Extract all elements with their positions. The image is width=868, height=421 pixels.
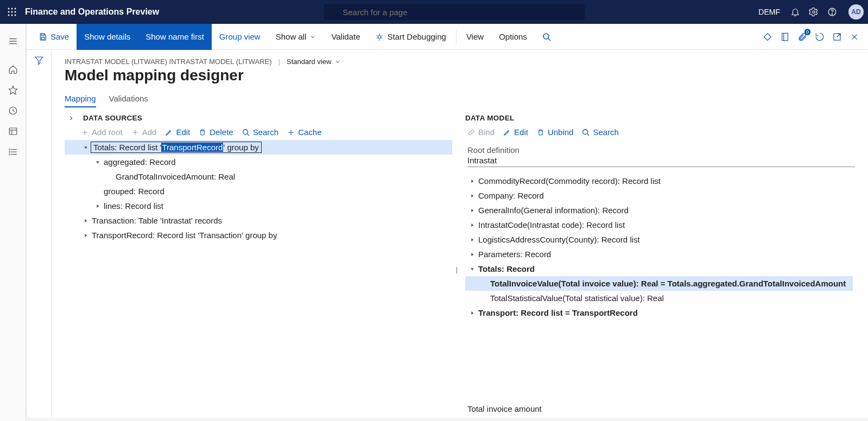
dm-node-total-statistical-value[interactable]: TotalStatisticalValue(Total statistical … bbox=[465, 291, 853, 305]
ds-node-lines[interactable]: lines: Record list bbox=[65, 199, 452, 213]
ds-node-aggregated[interactable]: aggregated: Record bbox=[65, 155, 452, 169]
svg-point-60 bbox=[583, 129, 588, 134]
svg-point-37 bbox=[543, 34, 549, 39]
data-model-title: DATA MODEL bbox=[465, 114, 855, 122]
validate-button[interactable]: Validate bbox=[324, 24, 368, 50]
caret-right-icon[interactable] bbox=[467, 235, 477, 245]
caret-right-icon[interactable] bbox=[81, 231, 91, 240]
ds-node-totals[interactable]: Totals: Record list 'TransportRecord' gr… bbox=[65, 140, 452, 155]
svg-rect-19 bbox=[9, 128, 17, 135]
caret-right-icon[interactable] bbox=[467, 250, 477, 259]
topbar: Finance and Operations Preview DEMF AD bbox=[0, 0, 868, 24]
group-view-button[interactable]: Group view bbox=[212, 24, 268, 50]
svg-point-7 bbox=[11, 15, 13, 16]
svg-point-6 bbox=[8, 15, 10, 16]
svg-point-5 bbox=[15, 11, 16, 13]
add-button[interactable]: Add bbox=[131, 127, 157, 137]
save-button[interactable]: Save bbox=[31, 24, 77, 50]
edit-button[interactable]: Edit bbox=[165, 127, 190, 137]
dm-node-general-info[interactable]: GeneralInfo(General information): Record bbox=[465, 203, 853, 218]
global-search-input[interactable] bbox=[324, 4, 585, 20]
svg-line-35 bbox=[377, 37, 378, 38]
attachments-badge: 0 bbox=[804, 29, 810, 35]
unbind-button[interactable]: Unbind bbox=[537, 127, 574, 137]
office-icon[interactable] bbox=[779, 31, 791, 43]
svg-marker-63 bbox=[471, 194, 473, 197]
data-model-tree: CommodityRecord(Commodity record): Recor… bbox=[465, 174, 853, 320]
breadcrumb: INTRASTAT MODEL (LITWARE) INTRASTAT MODE… bbox=[65, 58, 855, 66]
svg-marker-62 bbox=[471, 180, 473, 183]
tab-mapping[interactable]: Mapping bbox=[65, 94, 96, 107]
data-model-panel: DATA MODEL Bind Edit bbox=[465, 114, 855, 413]
delete-button[interactable]: Delete bbox=[199, 127, 233, 137]
view-selector[interactable]: Standard view bbox=[287, 58, 341, 66]
caret-down-icon[interactable] bbox=[93, 157, 103, 167]
caret-right-icon[interactable] bbox=[467, 206, 477, 215]
start-debugging-button[interactable]: Start Debugging bbox=[368, 24, 453, 50]
caret-right-icon[interactable] bbox=[81, 216, 91, 226]
dm-node-commodity-record[interactable]: CommodityRecord(Commodity record): Recor… bbox=[465, 174, 853, 188]
options-menu[interactable]: Options bbox=[491, 24, 535, 50]
dm-node-total-invoice-value[interactable]: TotalInvoiceValue(Total invoice value): … bbox=[465, 276, 853, 291]
caret-down-icon[interactable] bbox=[81, 143, 91, 152]
caret-right-icon[interactable] bbox=[93, 201, 103, 211]
show-all-dropdown[interactable]: Show all bbox=[268, 24, 324, 50]
dm-node-intrastat-code[interactable]: IntrastatCode(Intrastat code): Record li… bbox=[465, 218, 853, 232]
help-icon[interactable] bbox=[827, 7, 838, 17]
diamond-icon[interactable] bbox=[762, 31, 774, 43]
recent-icon[interactable] bbox=[8, 105, 18, 116]
dm-node-company[interactable]: Company: Record bbox=[465, 188, 853, 203]
star-icon[interactable] bbox=[8, 85, 18, 95]
filter-rail bbox=[27, 50, 52, 418]
action-search-button[interactable] bbox=[535, 24, 559, 50]
ds-node-transaction[interactable]: Transaction: Table 'Intrastat' records bbox=[65, 213, 452, 228]
caret-right-icon[interactable] bbox=[467, 176, 477, 186]
svg-point-26 bbox=[9, 151, 10, 152]
add-root-button[interactable]: Add root bbox=[81, 127, 123, 137]
dm-search-button[interactable]: Search bbox=[582, 127, 619, 137]
svg-rect-28 bbox=[41, 34, 44, 35]
dm-node-totals[interactable]: Totals: Record bbox=[465, 261, 853, 276]
root-definition-value[interactable]: Intrastat bbox=[467, 156, 855, 167]
hamburger-icon[interactable] bbox=[0, 28, 26, 54]
cache-button[interactable]: Cache bbox=[287, 127, 321, 137]
svg-marker-56 bbox=[96, 161, 99, 163]
show-details-button[interactable]: Show details bbox=[77, 24, 138, 50]
caret-down-icon[interactable] bbox=[467, 264, 477, 274]
tab-validations[interactable]: Validations bbox=[109, 94, 148, 107]
svg-marker-66 bbox=[471, 238, 473, 241]
dm-node-logistics-address-county[interactable]: LogisticsAddressCounty(County): Record l… bbox=[465, 232, 853, 247]
caret-right-icon[interactable] bbox=[467, 191, 477, 201]
gear-icon[interactable] bbox=[808, 7, 819, 17]
dm-node-parameters[interactable]: Parameters: Record bbox=[465, 247, 853, 261]
workspaces-icon[interactable] bbox=[8, 126, 18, 137]
dm-node-transport[interactable]: Transport: Record list = TransportRecord bbox=[465, 305, 853, 320]
ds-collapse-caret[interactable] bbox=[68, 115, 74, 122]
view-menu[interactable]: View bbox=[459, 24, 491, 50]
debug-icon bbox=[375, 33, 384, 41]
refresh-icon[interactable] bbox=[814, 31, 826, 43]
ds-node-transport-record[interactable]: TransportRecord: Record list 'Transactio… bbox=[65, 228, 452, 243]
app-title: Finance and Operations Preview bbox=[25, 7, 159, 17]
company-label[interactable]: DEMF bbox=[758, 8, 780, 16]
bind-button[interactable]: Bind bbox=[467, 127, 495, 137]
ds-search-button[interactable]: Search bbox=[242, 127, 279, 137]
dm-edit-button[interactable]: Edit bbox=[503, 127, 528, 137]
home-icon[interactable] bbox=[8, 64, 18, 75]
ds-node-grouped[interactable]: grouped: Record bbox=[65, 184, 452, 199]
modules-icon[interactable] bbox=[8, 146, 18, 157]
caret-right-icon[interactable] bbox=[467, 220, 477, 230]
avatar[interactable]: AD bbox=[848, 4, 864, 20]
show-name-first-button[interactable]: Show name first bbox=[138, 24, 212, 50]
attachments-icon[interactable]: 0 bbox=[796, 31, 808, 43]
chevron-down-icon bbox=[309, 34, 316, 40]
caret-right-icon[interactable] bbox=[467, 308, 477, 318]
svg-point-2 bbox=[15, 8, 16, 10]
filter-icon[interactable] bbox=[34, 55, 44, 418]
popout-icon[interactable] bbox=[831, 31, 843, 43]
svg-marker-65 bbox=[471, 224, 473, 227]
close-icon[interactable] bbox=[848, 31, 860, 43]
bell-icon[interactable] bbox=[790, 7, 801, 17]
ds-node-grand-total-invoiced-amount[interactable]: GrandTotalInvoicedAmount: Real bbox=[65, 169, 452, 184]
waffle-icon[interactable] bbox=[4, 4, 20, 20]
